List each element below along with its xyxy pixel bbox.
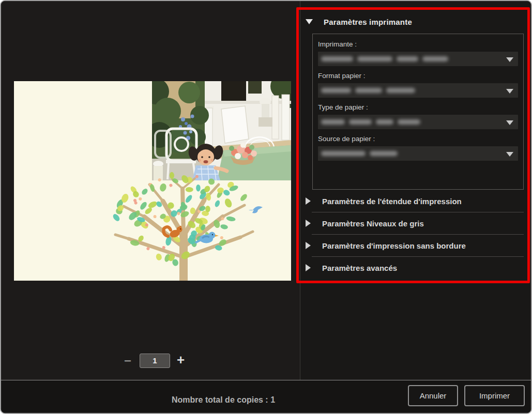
dropdown-arrow-icon [506, 57, 513, 62]
triangle-collapsed-icon [306, 220, 311, 227]
triangle-collapsed-icon [306, 264, 311, 271]
print-settings-panel: Paramètres imprimante Imprimante : Forma… [300, 1, 532, 380]
triangle-expanded-icon [306, 19, 313, 24]
collapsed-sections: Paramètres de l'étendue d'impression Par… [303, 190, 530, 279]
section-header-borderless-settings[interactable]: Paramètres d'impression sans bordure [303, 235, 530, 256]
print-button[interactable]: Imprimer [464, 385, 525, 406]
dropdown-arrow-icon [506, 152, 513, 157]
paper-size-field-label: Format papier : [318, 72, 518, 80]
printer-settings-group: Imprimante : Format papier : Type de pap… [312, 34, 524, 190]
section-title: Paramètres imprimante [324, 18, 412, 26]
dialog-footer: Nombre total de copies : 1 Annuler Impri… [1, 380, 532, 414]
printer-field-label: Imprimante : [318, 40, 518, 48]
print-preview-page [14, 81, 291, 281]
total-copies-label: Nombre total de copies : 1 [172, 395, 275, 405]
dropdown-arrow-icon [506, 89, 513, 94]
print-dialog: − 1 + Paramètres imprimante Imprimante :… [0, 0, 532, 414]
section-header-print-area-settings[interactable]: Paramètres de l'étendue d'impression [303, 190, 530, 212]
section-header-grayscale-settings[interactable]: Paramètres Niveaux de gris [303, 212, 530, 234]
printer-dropdown[interactable] [318, 52, 518, 66]
flying-bird [249, 206, 263, 213]
paper-size-dropdown[interactable] [318, 83, 518, 98]
copies-stepper: − 1 + [120, 350, 192, 371]
section-header-printer-settings[interactable]: Paramètres imprimante [306, 16, 412, 28]
triangle-collapsed-icon [306, 242, 311, 249]
copies-decrease-button[interactable]: − [124, 355, 131, 367]
paper-source-field-label: Source de papier : [318, 135, 518, 143]
copies-increase-button[interactable]: + [177, 353, 185, 366]
paper-source-dropdown[interactable] [318, 146, 518, 161]
dropdown-arrow-icon [506, 120, 513, 125]
cancel-button[interactable]: Annuler [408, 385, 458, 406]
triangle-collapsed-icon [306, 197, 311, 205]
paper-type-dropdown[interactable] [318, 115, 518, 129]
print-preview-area: − 1 + [1, 1, 300, 380]
copies-input[interactable]: 1 [140, 354, 170, 368]
section-header-advanced-settings[interactable]: Paramètres avancés [303, 257, 530, 279]
paper-type-field-label: Type de papier : [318, 103, 518, 111]
preview-tree-illustration [14, 81, 291, 281]
